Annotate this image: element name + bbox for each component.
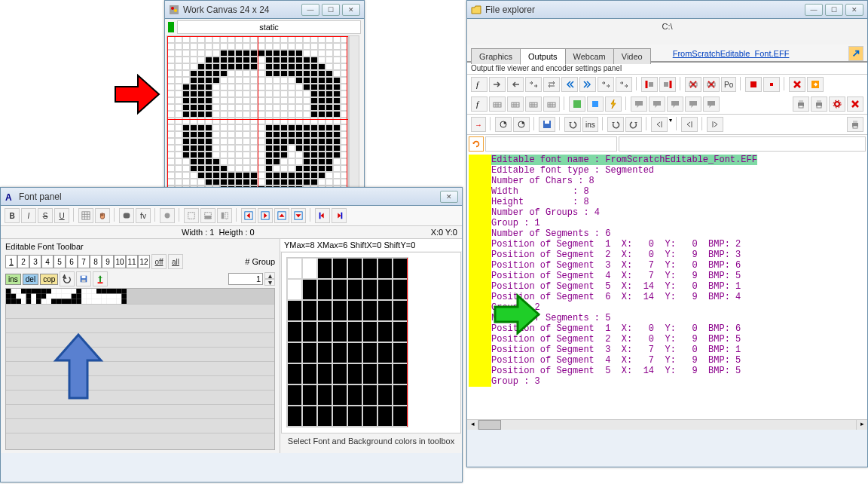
tab-video[interactable]: Video <box>613 48 651 64</box>
popup-icon[interactable] <box>848 46 863 61</box>
fill-green-icon[interactable] <box>569 96 585 112</box>
off-button[interactable]: off <box>151 254 167 269</box>
glyph-thumb-2[interactable] <box>36 289 51 304</box>
italic-button[interactable]: I <box>21 208 36 223</box>
fv-button[interactable]: fv <box>136 208 151 223</box>
marker-red-icon[interactable] <box>745 77 762 92</box>
print1-icon[interactable] <box>793 96 809 112</box>
swap-h-icon[interactable] <box>525 77 542 92</box>
undo-icon[interactable] <box>564 117 581 132</box>
settings-icon[interactable] <box>829 96 845 112</box>
grid3-icon[interactable] <box>525 96 542 112</box>
find-icon[interactable] <box>495 117 512 132</box>
clear-icon[interactable] <box>789 77 805 92</box>
undo-icon[interactable] <box>60 271 75 286</box>
bold-button[interactable]: B <box>5 208 20 223</box>
glyph-thumb-4[interactable] <box>66 289 81 304</box>
match-icon[interactable] <box>217 208 232 223</box>
clear2-icon[interactable] <box>847 96 863 112</box>
find-next-icon[interactable] <box>513 117 530 132</box>
rounded-rect-icon[interactable] <box>119 208 134 223</box>
hand-icon[interactable] <box>95 208 110 223</box>
grid4-icon[interactable] <box>543 96 560 112</box>
thumbnail-list[interactable] <box>5 288 275 450</box>
expand-sel-icon[interactable] <box>616 77 632 92</box>
number-button-2[interactable]: 2 <box>17 255 29 268</box>
save-icon[interactable] <box>76 271 91 286</box>
sync-icon[interactable] <box>469 136 484 152</box>
collapse-left-icon[interactable] <box>561 77 578 92</box>
tab-outputs[interactable]: Outputs <box>520 48 566 65</box>
goto-right-icon[interactable] <box>332 208 347 223</box>
glyph-thumb-6[interactable] <box>96 289 112 304</box>
arrow-down-icon[interactable] <box>291 208 306 223</box>
close-button[interactable]: ✕ <box>440 191 458 203</box>
blob-icon[interactable] <box>160 208 175 223</box>
remove-col-icon[interactable] <box>685 77 701 92</box>
spinner-down-icon[interactable]: ▾ <box>264 279 275 286</box>
chat5-icon[interactable] <box>703 96 720 112</box>
print2-icon[interactable] <box>811 96 827 112</box>
number-button-1[interactable]: 1 <box>5 255 17 268</box>
align-start-icon[interactable] <box>641 77 658 92</box>
number-button-10[interactable]: 10 <box>114 255 126 268</box>
number-button-8[interactable]: 8 <box>90 255 102 268</box>
undo2-icon[interactable] <box>607 117 624 132</box>
glyph-thumb-1[interactable] <box>21 289 36 304</box>
number-button-12[interactable]: 12 <box>138 255 150 268</box>
grid-icon[interactable] <box>78 208 93 223</box>
vertical-scrollbar[interactable] <box>349 35 359 200</box>
po-button[interactable]: Po <box>721 77 736 92</box>
strike-col-icon[interactable] <box>703 77 720 92</box>
tab-graphics[interactable]: Graphics <box>471 48 521 64</box>
horizontal-scrollbar[interactable]: ◂ ▸ <box>467 419 867 430</box>
grid1-icon[interactable] <box>489 96 506 112</box>
save-icon[interactable] <box>539 117 555 132</box>
chat1-icon[interactable] <box>631 96 647 112</box>
marker-icon[interactable] <box>93 271 108 286</box>
func2-icon[interactable]: f <box>471 96 487 112</box>
redo2-icon[interactable] <box>625 117 642 132</box>
number-button-3[interactable]: 3 <box>29 255 41 268</box>
font-file-link[interactable]: FromScratchEditable_Font.EFF <box>665 46 797 61</box>
marker-dot-icon[interactable] <box>763 77 780 92</box>
glyph-thumb-5[interactable] <box>81 289 96 304</box>
fill-blue-icon[interactable] <box>587 96 604 112</box>
chat4-icon[interactable] <box>685 96 701 112</box>
indent-in-icon[interactable] <box>707 117 723 132</box>
ins-button[interactable]: ins <box>5 274 21 285</box>
glyph-thumb-0[interactable] <box>6 289 21 304</box>
expand-icon[interactable] <box>598 77 614 92</box>
number-button-5[interactable]: 5 <box>53 255 66 268</box>
tab-webcam[interactable]: Webcam <box>565 48 614 64</box>
chat3-icon[interactable] <box>667 96 683 112</box>
number-button-7[interactable]: 7 <box>78 255 90 268</box>
arrow-right-icon[interactable] <box>258 208 273 223</box>
shift-left-icon[interactable] <box>507 77 524 92</box>
number-button-6[interactable]: 6 <box>66 255 78 268</box>
del-button[interactable]: del <box>23 274 38 285</box>
indent-out-icon[interactable] <box>651 117 668 132</box>
arrow-up-icon[interactable] <box>274 208 289 223</box>
shift-right-icon[interactable] <box>489 77 506 92</box>
chat2-icon[interactable] <box>649 96 665 112</box>
record-button[interactable]: → <box>471 117 486 132</box>
minimize-button[interactable]: — <box>301 4 319 16</box>
export-icon[interactable] <box>807 77 824 92</box>
grid2-icon[interactable] <box>507 96 524 112</box>
bolt-icon[interactable] <box>605 96 622 112</box>
swap-v-icon[interactable] <box>543 77 560 92</box>
all-button[interactable]: all <box>168 254 183 269</box>
segment-grid[interactable] <box>286 257 408 427</box>
underline-button[interactable]: U <box>54 208 69 223</box>
output-path-input[interactable] <box>619 136 866 152</box>
arrow-left-icon[interactable] <box>241 208 256 223</box>
collapse-icon[interactable] <box>681 117 698 132</box>
number-button-9[interactable]: 9 <box>102 255 114 268</box>
strike-button[interactable]: S <box>38 208 53 223</box>
cop-button[interactable]: cop <box>40 274 58 285</box>
glyph-thumb-7[interactable] <box>112 289 127 304</box>
work-canvas-grid[interactable] <box>167 35 349 200</box>
print3-icon[interactable] <box>847 117 863 132</box>
selection-partial-icon[interactable] <box>200 208 215 223</box>
